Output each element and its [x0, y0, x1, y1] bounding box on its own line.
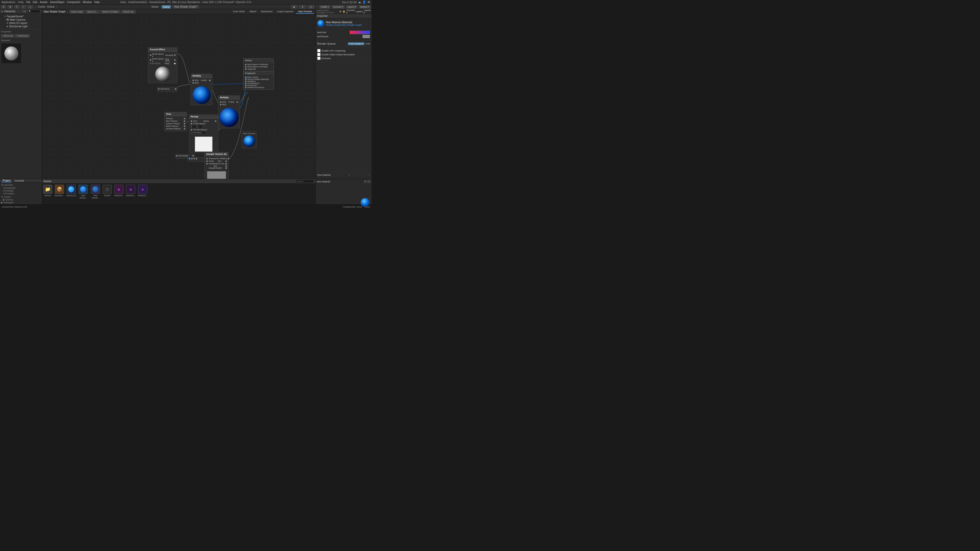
menu-assets[interactable]: Assets — [40, 1, 48, 3]
master-node[interactable]: Vertex World Space ▾ Position(3) World S… — [243, 59, 274, 90]
scene-tab[interactable]: Scene — [150, 5, 160, 8]
layout-dropdown[interactable]: Default ▾ — [359, 5, 371, 9]
floating-blue-ball[interactable] — [361, 198, 369, 207]
play-button[interactable]: ▶ — [291, 5, 298, 9]
account-icon[interactable]: 👤 — [363, 0, 366, 4]
menu-file[interactable]: File — [26, 1, 30, 3]
asset-standard[interactable]: 📦 Standard... — [54, 185, 64, 199]
shader-properties-panel: Properties + Add Color + AddTexture Expo… — [0, 29, 42, 65]
pause-button[interactable]: ⏸ — [299, 5, 306, 9]
test-color-swatch[interactable] — [350, 30, 370, 34]
shader-canvas[interactable]: Fresnel Effect World Space ▾ Normal(3) W… — [42, 14, 315, 179]
color-node[interactable]: GetColor(1) — [157, 87, 177, 92]
asset-shaderg2[interactable]: ◈ ShaderG... — [126, 185, 136, 199]
settings-icon[interactable]: ⚙ — [368, 0, 370, 4]
assets-search[interactable] — [296, 179, 314, 183]
menu-window[interactable]: Window — [83, 1, 92, 3]
expand-btn[interactable]: ↕ — [364, 180, 366, 183]
asset-newshader1[interactable]: New Shade... — [90, 185, 100, 199]
fresnel-preview — [148, 65, 177, 83]
main-preview-tab[interactable]: Main Preview — [296, 10, 314, 14]
account-icon-r[interactable]: Account ▾ — [346, 9, 355, 14]
asset-shaderg1[interactable]: ◈ ShaderG... — [114, 185, 124, 199]
asset-shader[interactable]: ⬡ Shader — [103, 185, 112, 199]
asset-newmaterial[interactable]: New Shade... — [78, 185, 88, 199]
scale-tool[interactable]: ⤢ — [21, 5, 26, 9]
collab-dropdown[interactable]: Collab ▾ — [319, 5, 330, 9]
fresnel-node[interactable]: Fresnel Effect World Space ▾ Normal(3) W… — [148, 48, 177, 83]
layers-dropdown[interactable]: Layers ▾ — [346, 5, 357, 9]
time-node[interactable]: Time Time(1) Sine Time(1) Cosine Time(1) — [164, 112, 187, 131]
check-out-btn[interactable]: Check Out — [121, 10, 135, 14]
hierarchy-add-btn[interactable]: + — [23, 10, 26, 13]
remap-node[interactable]: Remap In(1) Out(1) In Min Max(2) — [189, 114, 218, 153]
multiply2-node[interactable]: Multiply A(4) Out(4) B(4) — [218, 95, 240, 128]
shader-graph-tab[interactable]: New Shader Graph* — [172, 5, 199, 8]
save-as-btn[interactable]: Save As... — [86, 10, 100, 14]
rect-tool[interactable]: ▭ — [27, 5, 33, 9]
remap-val2[interactable] — [197, 125, 203, 128]
color-mode-tab[interactable]: Color Mode — [231, 10, 247, 14]
step-button[interactable]: ▷| — [307, 5, 314, 9]
account-dropdown[interactable]: Account ▾ — [332, 5, 345, 9]
gt-report-item[interactable]: 👁 efmto GT-report — [0, 21, 41, 25]
fresnel-header: Fresnel Effect — [148, 48, 177, 52]
directional-light-item[interactable]: ☀ Directional Light — [0, 25, 41, 28]
m2-port-a: A(4) Out(4) — [220, 101, 238, 103]
add-texture-btn[interactable]: + AddTexture — [15, 34, 30, 38]
save-asset-btn[interactable]: Save Asset — [69, 10, 84, 14]
menu-edit[interactable]: Edit — [33, 1, 37, 3]
multiply1-node[interactable]: Multiply A(4) Out(4) B(4) — [191, 74, 212, 105]
all-models-item[interactable]: All Models — [1, 189, 41, 192]
move-tool[interactable]: ✥ — [8, 5, 13, 9]
blackboard-tab[interactable]: Blackboard — [259, 10, 274, 14]
graph-inspector-tab[interactable]: Graph Inspector — [275, 10, 296, 14]
test-texture-swatch[interactable] — [363, 35, 370, 38]
gpu-instancing-checkbox[interactable] — [317, 49, 321, 52]
light-icon: ☀ — [6, 25, 8, 28]
xblend-tab[interactable]: xBlend — [247, 10, 259, 14]
more-btn[interactable]: ··· — [367, 180, 371, 183]
shader-link[interactable]: Shader Graphs/New Shader Graph — [326, 24, 362, 26]
camera-item[interactable]: 📷 Main Camera — [0, 18, 41, 21]
project-tab[interactable]: Project — [2, 179, 11, 183]
shaderg1-icon: ◈ — [115, 185, 124, 194]
grid-icon[interactable]: ⊞ — [339, 10, 342, 13]
menu-component[interactable]: Component — [67, 1, 80, 3]
m2-dot-b — [220, 104, 221, 105]
double-sided-gi-checkbox[interactable] — [317, 53, 321, 56]
light-label: Directional Light — [9, 25, 27, 28]
expand-icon[interactable]: ↕ — [349, 174, 350, 176]
remap-val1[interactable] — [191, 125, 196, 128]
remap-outmin-dot — [191, 129, 192, 130]
show-in-project-btn[interactable]: Show In Project — [100, 10, 120, 14]
transform-tool[interactable]: ⊕ — [1, 5, 6, 9]
add-property-btn[interactable]: + Add Color — [1, 34, 14, 38]
hierarchy-search[interactable] — [27, 10, 40, 13]
all-materials-item[interactable]: All Materials — [1, 187, 41, 189]
emission-checkbox[interactable] — [317, 57, 321, 60]
render-queue-btn[interactable]: From Shader ▾ — [348, 42, 364, 45]
test-color-field: testColor — [317, 30, 370, 34]
asset-shaderg3[interactable]: ◈ ShaderG... — [138, 185, 148, 199]
lock-icon[interactable]: 🔒 — [342, 10, 345, 13]
game-tab[interactable]: Game — [162, 5, 171, 9]
assets-tree-item[interactable]: ▼ Assets — [1, 196, 41, 198]
sample-texture-node[interactable]: Sample Texture 2D Texture(T2) RGBA(4) UV… — [204, 152, 229, 179]
console-tab[interactable]: Console — [14, 179, 25, 182]
remap-oval1[interactable] — [191, 131, 206, 134]
packages-tree-item[interactable]: ▶ Packages — [1, 201, 41, 204]
asset-blue-circle[interactable]: Directy (D) — [66, 185, 76, 199]
layout-icon-r[interactable]: Layout ▾ — [364, 9, 371, 14]
menu-help[interactable]: Help — [94, 1, 100, 3]
rotate-tool[interactable]: ↻ — [14, 5, 19, 9]
asset-scenes[interactable]: 📁 Scenes — [43, 185, 52, 199]
st-uv-dot — [206, 160, 208, 162]
scenes-tree-item[interactable]: ▶ Scenes — [1, 198, 41, 201]
shader-properties-section: testColor testTexture — [316, 29, 372, 41]
menu-gameobject[interactable]: GameObject — [50, 1, 64, 3]
all-prefabs-item[interactable]: All Prefabs — [1, 192, 41, 195]
scene-item[interactable]: ▼ SampleScene* — [0, 15, 41, 18]
dots-icon[interactable]: ··· — [368, 174, 370, 176]
vertex-body: World Space ▾ Position(3) World Space ▾ … — [243, 62, 274, 71]
